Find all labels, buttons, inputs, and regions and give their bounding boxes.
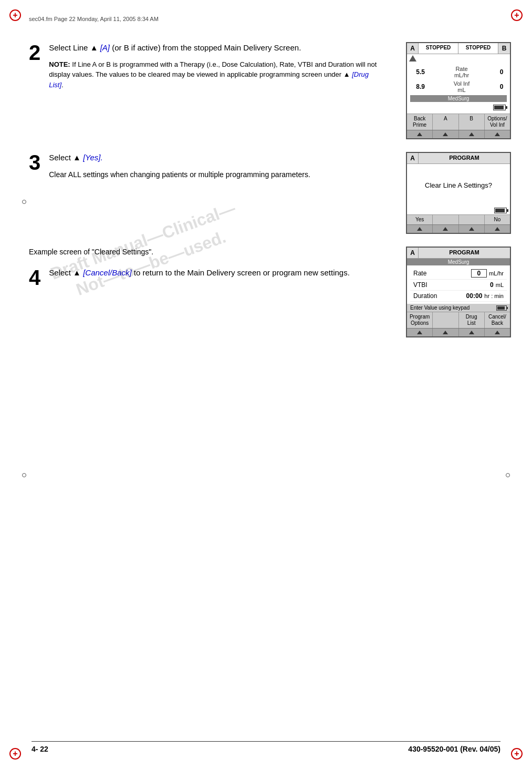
step3-main: Select ▲ [Yes]. xyxy=(49,152,310,164)
battery-fill xyxy=(494,106,504,109)
screen1-btn-b[interactable]: B xyxy=(459,114,485,130)
screen3-arr4 xyxy=(485,329,510,336)
footer-page-num: 4- 22 xyxy=(32,745,48,753)
screen2-a: A xyxy=(407,153,419,163)
screen3-arrows xyxy=(407,328,510,336)
battery2-icon xyxy=(494,208,507,213)
screen1-medsurg: MedSurg xyxy=(410,95,507,102)
reg-mark-bl xyxy=(9,748,21,760)
screen1-btn-back[interactable]: BackPrime xyxy=(407,114,433,130)
screen3-medsurg: MedSurg xyxy=(407,259,510,265)
screen3-header: A PROGRAM xyxy=(407,248,510,259)
screen3-enter-bar: Enter Value using keypad xyxy=(407,304,510,312)
screen1-right2: 0 xyxy=(496,83,507,90)
reg-mark-tl xyxy=(9,9,21,21)
screen2-arr4 xyxy=(485,225,510,233)
battery2-fill xyxy=(495,209,505,212)
main-content: sec04.fm Page 22 Monday, April 11, 2005 … xyxy=(29,37,503,732)
screen1-label2: Vol InfmL xyxy=(427,80,496,93)
step2-italic-a: [A] xyxy=(100,43,110,52)
battery-tip xyxy=(506,106,507,109)
screen3-btn-cancel[interactable]: Cancel/Back xyxy=(485,312,510,328)
screen1-arr2 xyxy=(433,130,458,138)
s3-arr1 xyxy=(417,331,422,334)
s2-arr3 xyxy=(469,227,474,231)
reg-mark-tr xyxy=(511,9,523,21)
file-info: sec04.fm Page 22 Monday, April 11, 2005 … xyxy=(29,16,159,22)
screen3-btn-drug-list[interactable]: DrugList xyxy=(459,312,485,328)
page-footer: 4- 22 430-95520-001 (Rev. 04/05) xyxy=(32,741,500,753)
screen1-header-stopped1: STOPPED xyxy=(419,43,458,54)
screen3-arr3 xyxy=(459,329,485,336)
step4-text-col: Example screen of "Cleared Settings". 4 … xyxy=(29,247,395,337)
screen1: A STOPPED STOPPED B 5.5 RatemL/hr 0 xyxy=(395,42,503,139)
screen3-duration-val: 00:00 xyxy=(466,292,483,300)
screen1-arr4 xyxy=(485,130,510,138)
screen1-footer[interactable]: BackPrime A B Options/Vol Inf xyxy=(407,114,510,130)
screen1-header: A STOPPED STOPPED B xyxy=(407,43,510,54)
alert-triangle xyxy=(409,55,416,61)
step3-number: 3 xyxy=(29,152,40,173)
screen1-alert xyxy=(407,54,510,63)
arr-tri3 xyxy=(469,132,474,136)
screen1-row2: 8.9 Vol InfmL 0 xyxy=(410,79,507,94)
screen1-device: A STOPPED STOPPED B 5.5 RatemL/hr 0 xyxy=(406,42,511,139)
screen1-header-stopped2: STOPPED xyxy=(458,43,498,54)
step3-body: Select ▲ [Yes]. Clear ALL settings when … xyxy=(49,152,310,180)
example-text: Example screen of "Cleared Settings". xyxy=(29,247,385,258)
screen1-battery-row xyxy=(410,103,507,111)
step3-sub: Clear ALL settings when changing patient… xyxy=(49,169,310,180)
step2-text-col: 2 Select Line ▲ [A] (or B if active) fro… xyxy=(29,42,395,139)
side-mark-left-top xyxy=(22,200,26,204)
screen3-rate-row: Rate 0 mL/hr xyxy=(410,268,507,280)
screen1-arrows xyxy=(407,130,510,138)
screen3-btn-program-options[interactable]: ProgramOptions xyxy=(407,312,433,328)
arr-tri4 xyxy=(495,132,500,136)
screen2-body-text: Clear Line A Settings? xyxy=(407,164,510,206)
screen3-duration-row: Duration 00:00 hr : min xyxy=(410,291,507,302)
screen1-btn-options[interactable]: Options/Vol Inf xyxy=(485,114,510,130)
screen3-rate-val: 0 xyxy=(471,269,487,278)
screen2-arrows xyxy=(407,224,510,233)
screen2-arr2 xyxy=(433,225,458,233)
battery3-tip xyxy=(507,307,508,309)
screen1-btn-a[interactable]: A xyxy=(433,114,458,130)
battery-icon xyxy=(493,105,506,110)
battery3-fill xyxy=(497,306,505,310)
screen2-btn-no[interactable]: No xyxy=(485,215,510,224)
screen3-vtbi-row: VTBI 0 mL xyxy=(410,280,507,291)
screen2-footer[interactable]: Yes No xyxy=(407,214,510,224)
step3-yes: [Yes]. xyxy=(83,153,103,162)
screen1-header-a: A xyxy=(407,43,419,54)
reg-mark-br xyxy=(511,748,523,760)
screen1-arr1 xyxy=(407,130,433,138)
s3-arr3 xyxy=(469,331,474,334)
screen3-program: PROGRAM xyxy=(419,248,510,258)
screen2-program: PROGRAM xyxy=(419,153,510,163)
side-mark-left-mid xyxy=(22,473,26,477)
footer-doc-ref: 430-95520-001 (Rev. 04/05) xyxy=(408,745,500,753)
screen2-header: A PROGRAM xyxy=(407,153,510,164)
screen1-val1: 5.5 xyxy=(410,68,425,76)
step2-number: 2 xyxy=(29,42,40,63)
screen3-arr2 xyxy=(433,329,458,336)
screen1-right1: 0 xyxy=(496,68,507,76)
step4-cancel: [Cancel/Back] xyxy=(83,268,132,277)
step4-number: 4 xyxy=(29,267,40,288)
screen1-arr3 xyxy=(459,130,485,138)
step4-row: Example screen of "Cleared Settings". 4 … xyxy=(29,247,503,337)
step2-drug-list: [Drug List] xyxy=(49,70,369,89)
screen3-btn-empty xyxy=(433,312,458,328)
step4-main: Select ▲ [Cancel/Back] to return to the … xyxy=(49,267,350,279)
s2-arr2 xyxy=(443,227,448,231)
screen1-label1: RatemL/hr xyxy=(427,66,496,78)
step2-note: NOTE: If Line A or B is programmed with … xyxy=(49,59,385,90)
s3-arr2 xyxy=(443,331,448,334)
screen1-row1: 5.5 RatemL/hr 0 xyxy=(410,65,507,79)
arr-tri2 xyxy=(443,132,448,136)
screen1-val2: 8.9 xyxy=(410,83,425,90)
screen2-battery xyxy=(407,206,510,214)
screen3-footer[interactable]: ProgramOptions DrugList Cancel/Back xyxy=(407,312,510,328)
battery2-tip xyxy=(507,209,508,212)
screen2-btn-yes[interactable]: Yes xyxy=(407,215,433,224)
